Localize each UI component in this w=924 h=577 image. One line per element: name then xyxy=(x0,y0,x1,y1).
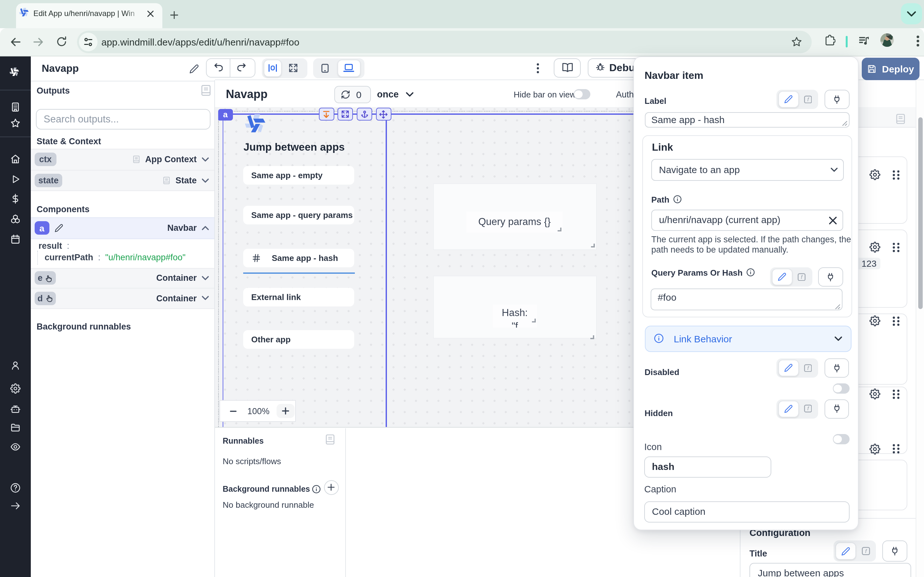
svg-text:f: f xyxy=(807,97,809,103)
svg-text:f: f xyxy=(865,548,867,554)
svg-text:f: f xyxy=(801,274,803,280)
svg-text:f: f xyxy=(807,406,809,412)
svg-text:f: f xyxy=(807,365,809,371)
